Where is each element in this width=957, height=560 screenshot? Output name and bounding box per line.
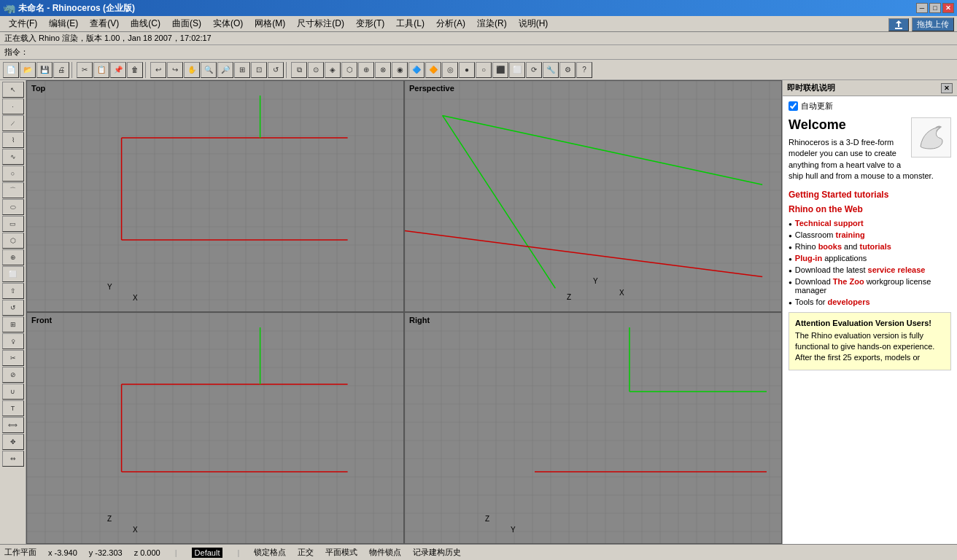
vtool-sweep[interactable]: ⊞ bbox=[2, 316, 24, 332]
tool-b12[interactable]: ○ bbox=[476, 62, 492, 78]
menu-mesh[interactable]: 网格(M) bbox=[249, 16, 291, 31]
vtool-trim[interactable]: ✂ bbox=[2, 350, 24, 366]
getting-started-link[interactable]: Getting Started tutorials bbox=[789, 190, 951, 200]
vtool-line[interactable]: ⟋ bbox=[2, 115, 24, 131]
tool-zoom-in[interactable]: 🔍 bbox=[201, 62, 217, 78]
vtool-point[interactable]: · bbox=[2, 98, 24, 114]
viewports: Top Perspective Front Right bbox=[26, 80, 782, 544]
snap-label: 锁定格点 bbox=[254, 547, 286, 558]
tool-b3[interactable]: ◈ bbox=[325, 62, 341, 78]
tool-zoom-out[interactable]: 🔎 bbox=[217, 62, 233, 78]
menu-render[interactable]: 渲染(R) bbox=[471, 16, 513, 31]
vtool-circle[interactable]: ○ bbox=[2, 166, 24, 182]
tool-b14[interactable]: ⬜ bbox=[509, 62, 525, 78]
menu-view[interactable]: 查看(V) bbox=[84, 16, 125, 31]
service-release-link[interactable]: service release bbox=[868, 265, 926, 274]
tool-open[interactable]: 📂 bbox=[20, 62, 36, 78]
menu-surface[interactable]: 曲面(S) bbox=[166, 16, 207, 31]
tool-b17[interactable]: ⚙ bbox=[559, 62, 576, 78]
tool-delete[interactable]: 🗑 bbox=[127, 62, 143, 78]
tool-b4[interactable]: ⬡ bbox=[341, 62, 357, 78]
tool-b13[interactable]: ⬛ bbox=[492, 62, 508, 78]
menu-analysis[interactable]: 分析(A) bbox=[430, 16, 471, 31]
menu-transform[interactable]: 变形(T) bbox=[350, 16, 390, 31]
vtool-curve[interactable]: ∿ bbox=[2, 149, 24, 165]
right-panel: 即时联机说明 ✕ 自动更新 Welcome Rhinoceros is a 3-… bbox=[782, 80, 957, 544]
upload-button[interactable]: 拖拽上传 bbox=[912, 18, 954, 31]
vtool-polygon[interactable]: ⬡ bbox=[2, 233, 24, 249]
menu-tools[interactable]: 工具(L) bbox=[390, 16, 430, 31]
close-button[interactable]: ✕ bbox=[942, 3, 954, 13]
upload-icon-btn[interactable] bbox=[888, 18, 909, 31]
menu-help[interactable]: 说明(H) bbox=[513, 16, 554, 31]
menu-solid[interactable]: 实体(O) bbox=[207, 16, 249, 31]
tool-b16[interactable]: 🔧 bbox=[543, 62, 559, 78]
developers-link[interactable]: developers bbox=[827, 298, 869, 306]
menu-file[interactable]: 文件(F) bbox=[3, 16, 43, 31]
minimize-button[interactable]: ─ bbox=[916, 3, 928, 13]
vtool-sphere[interactable]: ⊕ bbox=[2, 249, 24, 265]
tool-redo[interactable]: ↪ bbox=[167, 62, 183, 78]
tool-b1[interactable]: ⧉ bbox=[291, 62, 307, 78]
right-panel-content[interactable]: 自动更新 Welcome Rhinoceros is a 3-D free-fo… bbox=[783, 96, 957, 544]
viewport-perspective-canvas bbox=[405, 81, 781, 311]
tool-cut[interactable]: ✂ bbox=[77, 62, 93, 78]
tool-undo[interactable]: ↩ bbox=[150, 62, 166, 78]
vtool-ellipse[interactable]: ⬭ bbox=[2, 199, 24, 215]
viewport-front[interactable]: Front bbox=[26, 312, 404, 544]
right-panel-close[interactable]: ✕ bbox=[941, 83, 953, 93]
viewport-top[interactable]: Top bbox=[26, 80, 404, 312]
vtool-select[interactable]: ↖ bbox=[2, 82, 24, 98]
tool-zoom-win[interactable]: ⊡ bbox=[251, 62, 267, 78]
plugin-link[interactable]: Plug-in bbox=[795, 254, 822, 262]
vtool-move[interactable]: ✥ bbox=[2, 434, 24, 450]
vtool-rect[interactable]: ▭ bbox=[2, 216, 24, 232]
vtool-text[interactable]: T bbox=[2, 400, 24, 416]
vtool-dim[interactable]: ⟺ bbox=[2, 417, 24, 433]
viewport-perspective-label: Perspective bbox=[409, 84, 454, 93]
tool-b9[interactable]: 🔶 bbox=[425, 62, 441, 78]
auto-update-checkbox[interactable] bbox=[789, 101, 798, 111]
books-link[interactable]: books bbox=[818, 242, 842, 251]
menu-dimension[interactable]: 尺寸标注(D) bbox=[291, 16, 350, 31]
zoo-link[interactable]: The Zoo bbox=[833, 277, 864, 286]
main-area: ↖ · ⟋ ⌇ ∿ ○ ⌒ ⬭ ▭ ⬡ ⊕ ⬜ ⇧ ↺ ⊞ ⧬ ✂ ⊘ ∪ T … bbox=[0, 80, 957, 544]
vtool-loft[interactable]: ⧬ bbox=[2, 333, 24, 349]
training-link[interactable]: training bbox=[835, 230, 864, 239]
tool-pan[interactable]: ✋ bbox=[184, 62, 200, 78]
tool-b7[interactable]: ◉ bbox=[392, 62, 408, 78]
link-technical-support: ● Technical support bbox=[789, 219, 951, 228]
tool-b6[interactable]: ⊗ bbox=[375, 62, 391, 78]
tool-paste[interactable]: 📌 bbox=[110, 62, 126, 78]
tool-b8[interactable]: 🔷 bbox=[408, 62, 425, 78]
tool-save[interactable]: 💾 bbox=[36, 62, 53, 78]
tool-rotate[interactable]: ↺ bbox=[268, 62, 284, 78]
tool-zoom-ext[interactable]: ⊞ bbox=[234, 62, 250, 78]
vtool-join[interactable]: ∪ bbox=[2, 384, 24, 400]
tool-help[interactable]: ? bbox=[576, 62, 592, 78]
technical-support-link[interactable]: Technical support bbox=[795, 219, 864, 228]
vtool-extrude[interactable]: ⇧ bbox=[2, 283, 24, 299]
tool-b10[interactable]: ◎ bbox=[442, 62, 458, 78]
menu-edit[interactable]: 编辑(E) bbox=[43, 16, 84, 31]
tool-b5[interactable]: ⊕ bbox=[358, 62, 374, 78]
tool-new[interactable]: 📄 bbox=[3, 62, 19, 78]
tool-print[interactable]: 🖨 bbox=[53, 62, 69, 78]
vtool-revolve[interactable]: ↺ bbox=[2, 300, 24, 316]
vtool-polyline[interactable]: ⌇ bbox=[2, 132, 24, 148]
vtool-split[interactable]: ⊘ bbox=[2, 367, 24, 383]
tool-b2[interactable]: ⊙ bbox=[308, 62, 324, 78]
vtool-mirror[interactable]: ⇔ bbox=[2, 451, 24, 467]
maximize-button[interactable]: □ bbox=[929, 3, 941, 13]
menu-curve[interactable]: 曲线(C) bbox=[125, 16, 166, 31]
tutorials-link[interactable]: tutorials bbox=[860, 242, 891, 251]
viewport-right[interactable]: Right bbox=[404, 312, 782, 544]
tool-b11[interactable]: ● bbox=[459, 62, 475, 78]
vtool-box[interactable]: ⬜ bbox=[2, 266, 24, 282]
viewport-top-canvas bbox=[27, 81, 403, 311]
viewport-perspective[interactable]: Perspective bbox=[404, 80, 782, 312]
info-bar: 正在载入 Rhino 渲染，版本 1.00，Jan 18 2007，17:02:… bbox=[0, 32, 957, 45]
vtool-arc[interactable]: ⌒ bbox=[2, 182, 24, 198]
tool-copy[interactable]: 📋 bbox=[93, 62, 109, 78]
tool-b15[interactable]: ⟳ bbox=[526, 62, 542, 78]
